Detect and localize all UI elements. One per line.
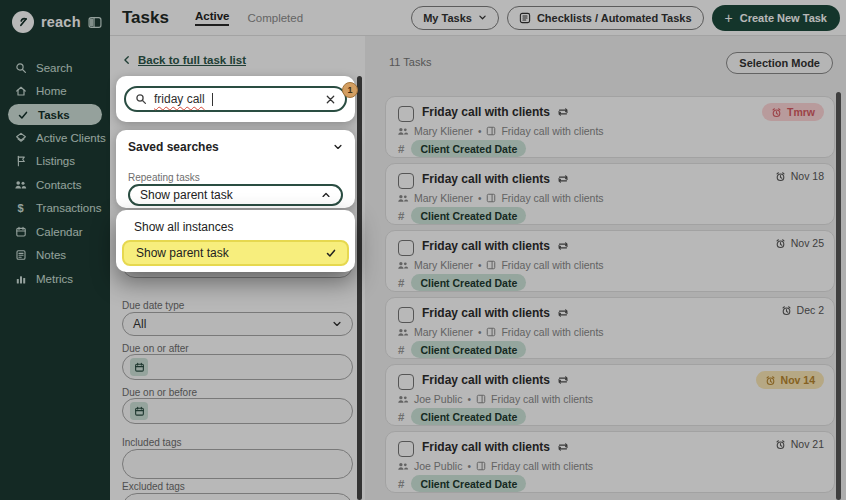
sidebar-item-active-clients[interactable]: Active Clients [0, 126, 110, 150]
sidebar-item-tasks[interactable]: Tasks [8, 104, 102, 125]
task-checkbox[interactable] [398, 307, 414, 323]
included-tags-label: Included tags [122, 437, 182, 448]
due-badge: Nov 25 [775, 237, 824, 249]
main-scrollbar[interactable] [836, 92, 841, 500]
task-checkbox[interactable] [398, 441, 414, 457]
listings-icon [14, 155, 27, 168]
reach-logo-icon [12, 11, 34, 33]
repeat-icon [557, 240, 569, 252]
sidebar-item-calendar[interactable]: Calendar [0, 220, 110, 244]
assignee-icon [397, 327, 409, 338]
my-tasks-label: My Tasks [423, 12, 472, 24]
sidebar-item-listings[interactable]: Listings [0, 150, 110, 174]
calendar-icon[interactable] [130, 402, 148, 420]
tab-active[interactable]: Active [195, 10, 230, 26]
tag-chip[interactable]: Client Created Date [411, 408, 526, 425]
page-title: Tasks [122, 8, 169, 28]
app-window: reach Search Home Tasks Active Clients [0, 0, 846, 500]
repeating-tasks-menu: Show all instances Show parent task [116, 210, 355, 272]
search-input[interactable]: friday call [124, 86, 347, 112]
sidebar-item-home[interactable]: Home [0, 80, 110, 104]
text-caret [212, 93, 213, 106]
sidebar-item-label: Tasks [38, 109, 70, 121]
checklist-source-icon [486, 193, 496, 203]
task-card[interactable]: Friday call with clients Nov 14 Joe Publ… [385, 364, 835, 426]
brand-name: reach [41, 14, 81, 30]
repeating-tasks-select[interactable]: Show parent task [128, 184, 343, 206]
repeat-icon [557, 441, 569, 453]
hash-icon: # [398, 210, 404, 222]
task-count: 11 Tasks [389, 56, 431, 68]
due-after-input[interactable] [122, 354, 353, 380]
sidebar-item-metrics[interactable]: Metrics [0, 267, 110, 291]
sidebar-item-transactions[interactable]: $ Transactions [0, 197, 110, 221]
back-row[interactable]: Back to full task list [122, 54, 246, 66]
task-card[interactable]: Friday call with clients Nov 18 Mary Kli… [385, 163, 835, 225]
task-card[interactable]: Friday call with clients Dec 2 Mary Klie… [385, 297, 835, 359]
sidebar-item-notes[interactable]: Notes [0, 244, 110, 268]
task-card[interactable]: Friday call with clients Nov 21 Joe Publ… [385, 431, 835, 493]
chevron-down-icon [478, 13, 487, 22]
tab-completed[interactable]: Completed [247, 12, 303, 24]
excluded-tags-input[interactable] [122, 493, 353, 500]
due-badge: Tmrw [762, 103, 824, 121]
tag-chip[interactable]: Client Created Date [411, 207, 526, 224]
tag-chip[interactable]: Client Created Date [411, 475, 526, 492]
assignee-icon [397, 394, 409, 405]
task-checkbox[interactable] [398, 106, 414, 122]
task-checkbox[interactable] [398, 240, 414, 256]
due-date: Nov 14 [781, 374, 815, 386]
excluded-tags-label: Excluded tags [122, 481, 185, 492]
task-title[interactable]: Friday call with clients [422, 373, 550, 387]
topbar: Tasks Active Completed My Tasks Checklis… [110, 0, 846, 36]
hash-icon: # [398, 277, 404, 289]
chevron-down-icon [332, 319, 342, 329]
task-card[interactable]: Friday call with clients Nov 25 Mary Kli… [385, 230, 835, 292]
clients-icon [14, 131, 27, 144]
calendar-icon[interactable] [130, 358, 148, 376]
due-date-type-select[interactable]: All [122, 312, 353, 336]
tag-chip[interactable]: Client Created Date [411, 140, 526, 157]
task-title[interactable]: Friday call with clients [422, 440, 550, 454]
sidebar-item-contacts[interactable]: Contacts [0, 173, 110, 197]
task-title[interactable]: Friday call with clients [422, 105, 550, 119]
due-after-label: Due on or after [122, 343, 189, 354]
checklist-source-icon [486, 327, 496, 337]
plus-icon: + [725, 11, 733, 25]
saved-searches-header[interactable]: Saved searches [128, 140, 343, 154]
task-title[interactable]: Friday call with clients [422, 306, 550, 320]
task-card[interactable]: Friday call with clients Tmrw Mary Klien… [385, 96, 835, 158]
checklists-button[interactable]: Checklists / Automated Tasks [507, 6, 704, 30]
task-checkbox[interactable] [398, 374, 414, 390]
search-icon [14, 61, 27, 74]
sidebar-item-search[interactable]: Search [0, 56, 110, 80]
search-icon [135, 93, 147, 105]
option-show-all-instances[interactable]: Show all instances [122, 216, 349, 238]
tag-chip[interactable]: Client Created Date [411, 274, 526, 291]
create-new-task-button[interactable]: + Create New Task [712, 5, 840, 31]
task-checkbox[interactable] [398, 173, 414, 189]
panel-scrollbar[interactable] [357, 76, 362, 500]
included-tags-input[interactable] [122, 449, 353, 479]
selection-mode-button[interactable]: Selection Mode [726, 52, 833, 74]
task-title[interactable]: Friday call with clients [422, 239, 550, 253]
search-value: friday call [154, 92, 205, 106]
clear-search-icon[interactable] [325, 94, 336, 105]
assignee-name: Mary Kliener [414, 326, 473, 338]
back-to-task-list-link[interactable]: Back to full task list [138, 54, 246, 66]
checklist-source-icon [476, 461, 486, 471]
sidebar-item-label: Notes [36, 249, 66, 261]
due-date: Nov 21 [791, 438, 824, 450]
sidebar-toggle-icon[interactable] [88, 16, 102, 29]
assignee-name: Mary Kliener [414, 192, 473, 204]
tag-chip[interactable]: Client Created Date [411, 341, 526, 358]
assignee-name: Mary Kliener [414, 259, 473, 271]
task-title[interactable]: Friday call with clients [422, 172, 550, 186]
option-show-parent-task[interactable]: Show parent task [122, 240, 349, 266]
my-tasks-dropdown[interactable]: My Tasks [411, 6, 499, 30]
due-before-input[interactable] [122, 398, 353, 424]
source-name: Friday call with clients [501, 259, 603, 271]
assignee-name: Joe Public [414, 393, 462, 405]
brand-row: reach [0, 0, 110, 42]
hash-icon: # [398, 344, 404, 356]
